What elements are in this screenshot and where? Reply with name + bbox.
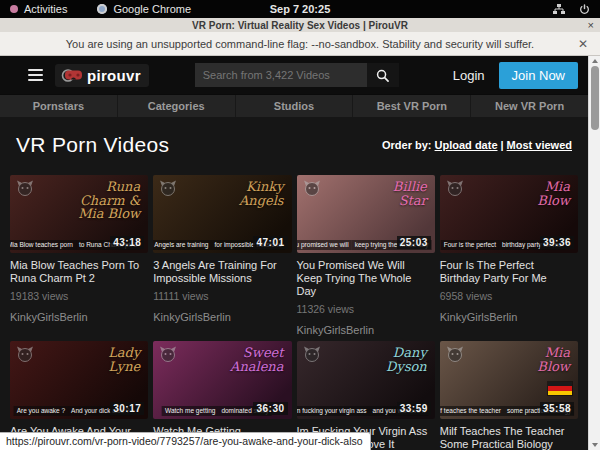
site-logo[interactable]: pirouvr (55, 64, 149, 87)
infobar-message: You are using an unsupported command-lin… (66, 38, 534, 50)
nav-item-new-vr-porn[interactable]: New VR Porn (471, 95, 588, 117)
video-thumbnail[interactable]: LadyLyne Are you awake ?And your dick al… (10, 341, 148, 419)
video-views: 6958 views (440, 290, 578, 302)
thumbnail-overlay-title: DanyDyson (386, 346, 427, 373)
order-by-label: Order by: (382, 139, 432, 151)
video-studio-link[interactable]: KinkyGirlsBerlin (10, 311, 148, 323)
nav-item-best-vr-porn[interactable]: Best VR Porn (353, 95, 471, 117)
video-title-link[interactable]: You Promised We Will Keep Trying The Who… (297, 259, 433, 298)
video-thumbnail[interactable]: BillieStar You promised we willkeep tryi… (297, 175, 435, 253)
video-studio-link[interactable]: KinkyGirlsBerlin (440, 311, 578, 323)
thumbnail-overlay-title: BillieStar (393, 180, 427, 207)
scrollbar-thumb[interactable] (591, 66, 599, 130)
main-nav: PornstarsCategoriesStudiosBest VR PornNe… (0, 94, 588, 117)
scrollbar-up-arrow-icon[interactable] (589, 56, 600, 66)
video-duration-badge: 39:36 (540, 236, 574, 249)
german-flag-icon (547, 381, 573, 396)
nav-item-studios[interactable]: Studios (236, 95, 354, 117)
video-studio-link[interactable]: KinkyGirlsBerlin (297, 324, 435, 336)
video-title-link[interactable]: 3 Angels Are Training For Impossible Mis… (153, 259, 289, 285)
video-duration-badge: 47:01 (253, 236, 287, 249)
video-duration-badge: 30:17 (110, 402, 144, 415)
page-title: VR Porn Videos (16, 133, 169, 157)
power-icon[interactable] (579, 4, 590, 15)
studio-cat-logo-icon (303, 180, 321, 196)
order-by: Order by: Upload date|Most viewed (382, 139, 572, 151)
page-scrollbar[interactable] (588, 56, 600, 450)
order-by-most-viewed-link[interactable]: Most viewed (507, 139, 572, 151)
browser-viewport: pirouvr Login Join Now PornstarsCategori… (0, 56, 600, 450)
nav-item-pornstars[interactable]: Pornstars (0, 95, 118, 117)
video-card[interactable]: MiaBlow Four is the perfectbirthday part… (440, 175, 578, 336)
vr-goggles-icon (61, 69, 83, 82)
studio-cat-logo-icon (16, 180, 34, 196)
studio-cat-logo-icon (446, 180, 464, 196)
video-thumbnail[interactable]: KinkyAngels 3 Angels are trainingfor imp… (153, 175, 291, 253)
active-app-label: Google Chrome (113, 3, 191, 15)
video-duration-badge: 36:30 (253, 402, 287, 415)
video-title-link[interactable]: Milf Teaches The Teacher Some Practical … (440, 425, 576, 450)
studio-cat-logo-icon (16, 346, 34, 362)
video-duration-badge: 25:03 (397, 236, 431, 249)
video-card[interactable]: BillieStar You promised we willkeep tryi… (297, 175, 435, 336)
video-duration-badge: 35:58 (540, 402, 574, 415)
video-views: 11111 views (153, 290, 291, 302)
video-thumbnail[interactable]: SweetAnalena Watch me gettingdominated s… (153, 341, 291, 419)
video-card[interactable]: RunaCharm &Mia Blow Mia Blow teaches por… (10, 175, 148, 336)
video-duration-badge: 33:59 (397, 402, 431, 415)
menu-hamburger-icon[interactable] (28, 69, 43, 81)
studio-cat-logo-icon (446, 346, 464, 362)
video-thumbnail[interactable]: MiaBlow Milf teaches the teachersome pra… (440, 341, 578, 419)
video-title-link[interactable]: Mia Blow Teaches Porn To Runa Charm Pt 2 (10, 259, 146, 285)
video-card[interactable]: KinkyAngels 3 Angels are trainingfor imp… (153, 175, 291, 336)
search-button[interactable] (367, 63, 399, 87)
video-grid: RunaCharm &Mia Blow Mia Blow teaches por… (0, 175, 588, 450)
network-tree-icon[interactable] (553, 4, 565, 15)
search-bar (195, 63, 399, 87)
site-logo-text: pirouvr (87, 67, 141, 84)
video-thumbnail[interactable]: MiaBlow Four is the perfectbirthday part… (440, 175, 578, 253)
thumbnail-overlay-title: RunaCharm &Mia Blow (78, 180, 140, 221)
activities-button[interactable]: Activities (24, 3, 67, 15)
studio-cat-logo-icon (159, 346, 177, 362)
video-thumbnail[interactable]: RunaCharm &Mia Blow Mia Blow teaches por… (10, 175, 148, 253)
studio-cat-logo-icon (159, 180, 177, 196)
video-views: 11326 views (297, 303, 435, 315)
active-app-indicator[interactable]: Google Chrome (97, 3, 191, 15)
login-link[interactable]: Login (453, 68, 485, 83)
video-studio-link[interactable]: KinkyGirlsBerlin (153, 311, 291, 323)
thumbnail-overlay-title: MiaBlow (537, 346, 570, 373)
studio-cat-logo-icon (303, 346, 321, 362)
thumbnail-overlay-title: KinkyAngels (239, 180, 284, 207)
system-top-bar: Activities Google Chrome Sep 7 20:25 (0, 0, 600, 18)
video-title-link[interactable]: Four Is The Perfect Birthday Party For M… (440, 259, 576, 285)
site-header: pirouvr Login Join Now (0, 56, 588, 94)
infobar-close-icon[interactable]: ✕ (578, 37, 588, 51)
scrollbar-down-arrow-icon[interactable] (589, 440, 600, 450)
tab-close-icon[interactable]: × (588, 18, 594, 32)
order-by-separator: | (501, 139, 504, 151)
video-card[interactable]: MiaBlow Milf teaches the teachersome pra… (440, 341, 578, 450)
thumbnail-overlay-title: LadyLyne (108, 346, 140, 373)
status-url-bubble: https://pirouvr.com/vr-porn-video/779325… (0, 432, 371, 450)
browser-title-bar: VR Porn: Virtual Reality Sex Videos | Pi… (0, 18, 600, 32)
thumbnail-overlay-title: SweetAnalena (230, 346, 284, 373)
thumbnail-overlay-title: MiaBlow (537, 180, 570, 207)
tab-title: VR Porn: Virtual Reality Sex Videos | Pi… (0, 20, 600, 31)
chrome-infobar: You are using an unsupported command-lin… (0, 32, 600, 56)
video-thumbnail[interactable]: DanyDyson I'm fucking your virgin assand… (297, 341, 435, 419)
video-views: 19183 views (10, 290, 148, 302)
order-by-upload-date-link[interactable]: Upload date (435, 139, 498, 151)
activities-icon (10, 5, 18, 13)
join-now-button[interactable]: Join Now (499, 62, 578, 89)
chrome-icon (97, 4, 107, 14)
nav-item-categories[interactable]: Categories (118, 95, 236, 117)
search-icon (376, 69, 389, 82)
search-input[interactable] (195, 63, 367, 87)
video-duration-badge: 43:18 (110, 236, 144, 249)
